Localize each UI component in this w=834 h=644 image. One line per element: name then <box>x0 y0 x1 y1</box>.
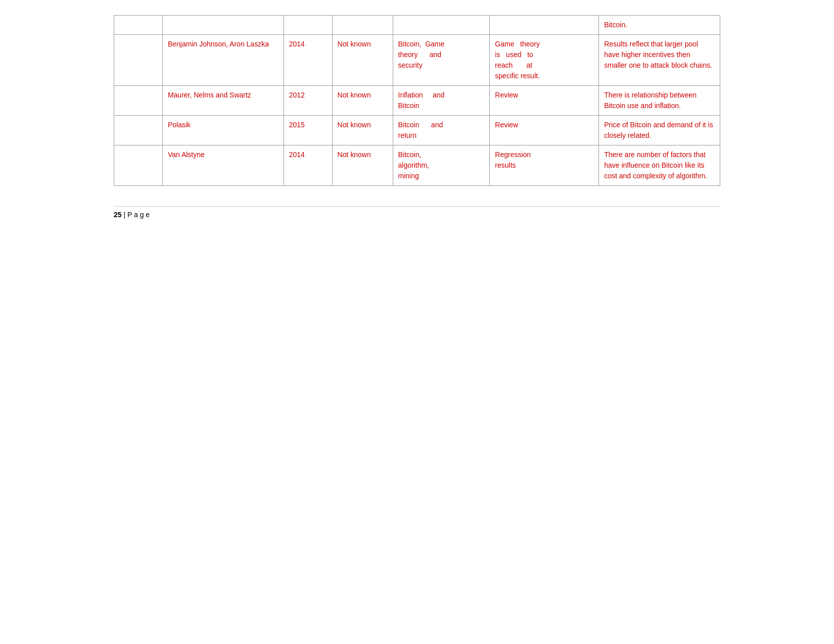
cell-method-benjamin: Game theoryis used toreach atspecific re… <box>490 35 599 86</box>
cell-method-maurer: Review <box>490 86 599 116</box>
table-row: Polasik 2015 Not known Bitcoin andreturn… <box>114 116 720 145</box>
cell-author-benjamin: Benjamin Johnson, Aron Laszka <box>162 35 284 86</box>
cell-year-maurer: 2012 <box>284 86 332 116</box>
table-row: Maurer, Nelms and Swartz 2012 Not known … <box>114 86 720 116</box>
cell-findings-maurer: There is relationship between Bitcoin us… <box>599 86 720 116</box>
page-label: | P a g e <box>123 211 150 219</box>
cell-author-polasik: Polasik <box>162 116 284 145</box>
page-container: Bitcoin. Benjamin Johnson, Aron Laszka 2… <box>114 10 720 219</box>
cell-empty-5 <box>393 16 490 35</box>
cell-keywords-benjamin: Bitcoin, Gametheory andsecurity <box>393 35 490 86</box>
cell-sample-benjamin: Not known <box>332 35 393 86</box>
cell-findings-polasik: Price of Bitcoin and demand of it is clo… <box>599 116 720 145</box>
cell-empty-6 <box>490 16 599 35</box>
cell-num-maurer <box>114 86 163 116</box>
cell-sample-polasik: Not known <box>332 116 393 145</box>
cell-keywords-maurer: Inflation andBitcoin <box>393 86 490 116</box>
cell-empty-4 <box>332 16 393 35</box>
cell-num-van <box>114 145 163 186</box>
research-table: Bitcoin. Benjamin Johnson, Aron Laszka 2… <box>114 15 720 186</box>
cell-method-van: Regressionresults <box>490 145 599 186</box>
cell-year-van: 2014 <box>284 145 332 186</box>
cell-sample-van: Not known <box>332 145 393 186</box>
cell-keywords-van: Bitcoin,algorithm,mining <box>393 145 490 186</box>
cell-year-polasik: 2015 <box>284 116 332 145</box>
cell-empty-1 <box>114 16 163 35</box>
cell-empty-3 <box>284 16 332 35</box>
cell-author-van: Van Alstyne <box>162 145 284 186</box>
table-row: Van Alstyne 2014 Not known Bitcoin,algor… <box>114 145 720 186</box>
cell-findings-van: There are number of factors that have in… <box>599 145 720 186</box>
cell-num-benjamin <box>114 35 163 86</box>
cell-empty-2 <box>162 16 284 35</box>
cell-num-polasik <box>114 116 163 145</box>
cell-bitcoin-label: Bitcoin. <box>599 16 720 35</box>
page-number: 25 <box>114 211 122 219</box>
cell-author-maurer: Maurer, Nelms and Swartz <box>162 86 284 116</box>
cell-sample-maurer: Not known <box>332 86 393 116</box>
cell-findings-benjamin: Results reflect that larger pool have hi… <box>599 35 720 86</box>
page-footer: 25 | P a g e <box>114 206 720 219</box>
cell-method-polasik: Review <box>490 116 599 145</box>
cell-keywords-polasik: Bitcoin andreturn <box>393 116 490 145</box>
table-row: Bitcoin. <box>114 16 720 35</box>
table-row: Benjamin Johnson, Aron Laszka 2014 Not k… <box>114 35 720 86</box>
cell-year-benjamin: 2014 <box>284 35 332 86</box>
